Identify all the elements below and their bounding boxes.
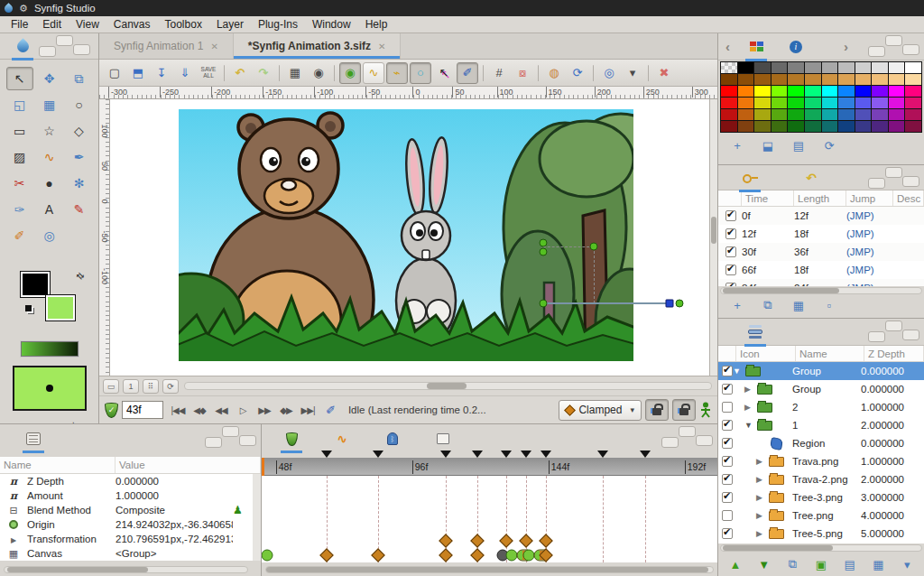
- bone-setup-icon[interactable]: [699, 402, 712, 418]
- layer-name[interactable]: 2: [792, 402, 861, 413]
- vertex-duck[interactable]: [540, 248, 548, 256]
- palette-swatch[interactable]: [788, 109, 804, 120]
- keyframe-marker-icon[interactable]: [640, 451, 651, 463]
- palette-swatch[interactable]: [872, 109, 888, 120]
- tool-animate[interactable]: ▦: [36, 93, 63, 116]
- layer-name[interactable]: Trava.png: [792, 456, 861, 467]
- library-tab[interactable]: [430, 428, 457, 450]
- layer-row[interactable]: Tree-5.png 5.000000: [718, 525, 924, 543]
- play-button[interactable]: ▷: [232, 400, 254, 420]
- keyframe-marker-icon[interactable]: [321, 451, 332, 463]
- tool-star[interactable]: ☆: [36, 119, 63, 143]
- layer-row[interactable]: Tree.png 4.000000: [718, 506, 924, 525]
- palette-swatch[interactable]: [855, 62, 872, 73]
- palette-add-color-button[interactable]: +: [727, 136, 747, 154]
- layer-visibility-checkbox[interactable]: [722, 528, 733, 539]
- layer-name[interactable]: Group: [792, 366, 861, 376]
- history-tab[interactable]: ↶: [798, 167, 825, 189]
- toggle-vertex-ducks[interactable]: ∿: [363, 62, 384, 84]
- keyframe-enabled-checkbox[interactable]: [725, 283, 736, 286]
- palette-swatch[interactable]: [788, 86, 804, 97]
- palette-swatch[interactable]: [772, 109, 788, 120]
- separator[interactable]: [334, 65, 335, 81]
- tool-spline[interactable]: ∿: [36, 145, 63, 169]
- palette-swatch[interactable]: [738, 86, 754, 97]
- new-layer-button[interactable]: ▤: [842, 555, 858, 573]
- layer-expander[interactable]: [756, 475, 766, 484]
- separator[interactable]: [648, 65, 649, 81]
- tabs-scroll-left-icon[interactable]: ‹: [725, 39, 730, 54]
- parameter-value[interactable]: Composite: [116, 505, 233, 516]
- parameter-row[interactable]: Origin 214.924032px,-36.340658 ♟: [0, 517, 253, 532]
- duplicate-layer-button[interactable]: ⧉: [784, 555, 800, 573]
- layer-visibility-checkbox[interactable]: [722, 474, 733, 485]
- palette-swatch[interactable]: [772, 121, 788, 132]
- layer-visibility-checkbox[interactable]: [722, 420, 733, 431]
- next-frame-button[interactable]: ▶▶: [254, 400, 275, 420]
- layer-expander[interactable]: [744, 385, 754, 394]
- waypoint[interactable]: [371, 548, 385, 562]
- palette-swatch[interactable]: [822, 86, 838, 97]
- palette-swatch[interactable]: [889, 98, 905, 108]
- gradient-swatch[interactable]: [21, 341, 79, 357]
- palette-swatch[interactable]: [805, 86, 821, 97]
- palette-swatch[interactable]: [805, 74, 821, 85]
- waypoint[interactable]: [470, 548, 485, 562]
- palette-swatch[interactable]: [754, 74, 771, 85]
- palette-open-button[interactable]: ▤: [789, 136, 808, 154]
- palette-swatch[interactable]: [805, 109, 821, 120]
- palette-swatch[interactable]: [738, 98, 754, 108]
- palette-swatch[interactable]: [822, 121, 838, 132]
- panel-grip[interactable]: [868, 35, 920, 59]
- layer-name[interactable]: Tree-5.png: [792, 528, 861, 539]
- tool-transform[interactable]: ↖: [6, 67, 33, 90]
- palette-swatch[interactable]: [838, 74, 855, 85]
- layer-visibility-checkbox[interactable]: [722, 456, 733, 467]
- tool-polygon[interactable]: ◇: [66, 119, 93, 143]
- tool-width[interactable]: ✐: [6, 224, 33, 247]
- tool-circle[interactable]: ○: [66, 93, 93, 116]
- layer-name[interactable]: Region: [792, 438, 861, 449]
- save-all-button[interactable]: SAVE ALL: [198, 62, 219, 84]
- palette-swatch[interactable]: [822, 74, 838, 85]
- keyframe-row[interactable]: 30f 36f (JMP): [718, 243, 924, 261]
- layer-expander[interactable]: [756, 457, 766, 466]
- panel-grip[interactable]: [868, 167, 920, 190]
- layer-visibility-checkbox[interactable]: [722, 366, 733, 376]
- palette-swatch[interactable]: [872, 74, 888, 85]
- palette-swatch[interactable]: [905, 121, 921, 132]
- layer-expander[interactable]: [756, 511, 766, 520]
- keyframe-marker-icon[interactable]: [521, 451, 531, 463]
- palette-swatch[interactable]: [738, 121, 754, 132]
- tool-brush[interactable]: ✻: [66, 172, 93, 195]
- palette-swatch[interactable]: [838, 98, 855, 108]
- keyframe-jump-link[interactable]: (JMP): [846, 210, 893, 221]
- palette-swatch[interactable]: [805, 62, 821, 73]
- tab-close-icon[interactable]: ✕: [210, 42, 217, 51]
- palette-swatch[interactable]: [905, 109, 921, 120]
- palette-swatch[interactable]: [754, 86, 771, 97]
- toggle-radius-ducks[interactable]: ○: [410, 62, 431, 84]
- palette-swatch[interactable]: [772, 62, 788, 73]
- open-doc-button[interactable]: ⬒: [127, 62, 149, 84]
- origin-duck[interactable]: [540, 300, 548, 308]
- keyframe-marker-icon[interactable]: [597, 451, 608, 463]
- keyframe-row[interactable]: 84f 24f (JMP): [718, 279, 924, 286]
- palette-swatch[interactable]: [838, 109, 855, 120]
- palette-swatch[interactable]: [855, 109, 872, 120]
- tool-fill[interactable]: ✒: [66, 145, 93, 169]
- keyframes-tab[interactable]: [736, 167, 763, 189]
- palette-swatch[interactable]: [905, 98, 921, 108]
- parameter-row[interactable]: Canvas <Group> ♟: [0, 546, 253, 561]
- toolbox-tab[interactable]: [9, 35, 36, 57]
- keyframe-enabled-checkbox[interactable]: [725, 228, 736, 239]
- keyframe-row[interactable]: 0f 12f (JMP): [718, 207, 924, 225]
- new-doc-button[interactable]: ▢: [104, 62, 125, 84]
- parameters-tab[interactable]: [20, 428, 47, 450]
- parameter-row[interactable]: Z Depth 0.000000 ♟: [0, 474, 253, 488]
- low-res-button[interactable]: 1: [123, 379, 139, 394]
- brush-preview[interactable]: [13, 366, 87, 411]
- palette-swatch[interactable]: [872, 98, 888, 108]
- palette-swatch[interactable]: [822, 98, 838, 108]
- palette-swatch[interactable]: [905, 74, 921, 85]
